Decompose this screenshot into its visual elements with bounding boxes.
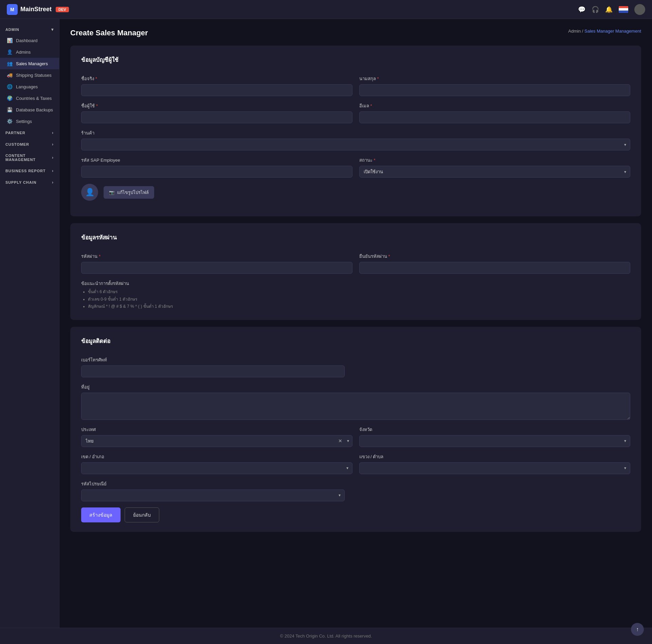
business-report-section-header[interactable]: BUSINESS REPORT › bbox=[0, 165, 59, 177]
password-hints: ข้อแนะนำการตั้งรหัสผ่าน ขั้นต่ำ 6 ตัวอัก… bbox=[81, 280, 630, 310]
partner-section-header[interactable]: PARTNER › bbox=[0, 127, 59, 139]
username-label: ชื่อผู้ใช้ * bbox=[81, 102, 352, 109]
sidebar-item-sales-managers[interactable]: 👥 Sales Managers bbox=[0, 58, 59, 69]
supply-chain-label: SUPPLY CHAIN bbox=[5, 180, 36, 184]
partner-chevron: › bbox=[52, 130, 54, 135]
footer: © 2024 Tech Origin Co. Ltd. All rights r… bbox=[0, 628, 652, 644]
password-info-card: ข้อมูลรหัสผ่าน รหัสผ่าน * ยืนยันรหัสผ่าน… bbox=[70, 223, 641, 320]
shipping-icon: 🚚 bbox=[7, 72, 13, 78]
confirm-password-group: ยืนยันรหัสผ่าน * bbox=[359, 253, 631, 274]
app-name: MainStreet bbox=[20, 6, 52, 13]
breadcrumb-current[interactable]: Sales Manager Management bbox=[584, 29, 641, 34]
supply-chain-chevron: › bbox=[52, 180, 54, 185]
content-management-section-header[interactable]: CONTENT MANAGEMENT › bbox=[0, 150, 59, 165]
province-label: จังหวัด bbox=[359, 426, 631, 433]
status-required: * bbox=[374, 158, 376, 163]
phone-input[interactable] bbox=[81, 365, 345, 377]
upload-photo-button[interactable]: 📷 แก้ไขรูปโปรไฟล์ bbox=[104, 186, 154, 199]
sidebar-item-label: Languages bbox=[16, 84, 38, 89]
bell-icon[interactable]: 🔔 bbox=[605, 6, 613, 13]
headset-icon[interactable]: 🎧 bbox=[592, 6, 599, 13]
username-group: ชื่อผู้ใช้ * bbox=[81, 102, 352, 123]
content-management-chevron: › bbox=[52, 155, 54, 160]
province-group: จังหวัด bbox=[359, 426, 631, 447]
sales-managers-icon: 👥 bbox=[7, 61, 13, 66]
admins-icon: 👤 bbox=[7, 49, 13, 55]
postal-code-row: รหัสไปรษณีย์ bbox=[81, 480, 630, 501]
sidebar-item-settings[interactable]: ⚙️ Settings bbox=[0, 115, 59, 127]
dashboard-icon: 📊 bbox=[7, 38, 13, 43]
env-badge: DEV bbox=[56, 7, 69, 12]
avatar-upload-row: 👤 📷 แก้ไขรูปโปรไฟล์ bbox=[81, 184, 630, 201]
languages-icon: 🌐 bbox=[7, 84, 13, 89]
first-name-group: ชื่อจริง * bbox=[81, 75, 352, 96]
country-clear-icon[interactable]: ✕ bbox=[338, 438, 342, 444]
admin-section-label: ADMIN bbox=[5, 28, 19, 32]
district-label: เขต / อำเภอ bbox=[81, 453, 352, 460]
password-hints-title: ข้อแนะนำการตั้งรหัสผ่าน bbox=[81, 280, 630, 287]
sap-status-row: รหัส SAP Employee สถานะ * เปิดใช้งาน ปิด… bbox=[81, 157, 630, 178]
sidebar-item-countries-taxes[interactable]: 🌍 Countries & Taxes bbox=[0, 92, 59, 104]
partner-section-label: PARTNER bbox=[5, 131, 25, 135]
first-name-input[interactable] bbox=[81, 84, 352, 96]
postal-code-label: รหัสไปรษณีย์ bbox=[81, 480, 345, 487]
username-required: * bbox=[96, 103, 98, 108]
store-label: ร้านค้า bbox=[81, 129, 630, 137]
province-select-wrapper bbox=[359, 435, 631, 447]
supply-chain-section-header[interactable]: SUPPLY CHAIN › bbox=[0, 177, 59, 188]
hint-2: ตัวเลข 0-9 ขั้นต่ำ 1 ตัวอักษร bbox=[88, 296, 630, 303]
postal-code-group: รหัสไปรษณีย์ bbox=[81, 480, 345, 501]
chat-icon[interactable]: 💬 bbox=[578, 6, 585, 13]
sap-employee-group: รหัส SAP Employee bbox=[81, 157, 352, 178]
action-buttons: สร้างข้อมูล ย้อนกลับ bbox=[81, 507, 630, 522]
sidebar-item-dashboard[interactable]: 📊 Dashboard bbox=[0, 35, 59, 46]
province-select[interactable] bbox=[359, 435, 631, 447]
last-name-input[interactable] bbox=[359, 84, 631, 96]
sidebar-item-label: Dashboard bbox=[16, 38, 38, 43]
confirm-password-input[interactable] bbox=[359, 262, 631, 274]
email-input[interactable] bbox=[359, 111, 631, 123]
account-info-title: ข้อมูลบัญชีผู้ใช้ bbox=[81, 55, 630, 68]
district-subdistrict-row: เขต / อำเภอ แขวง / ตำบล bbox=[81, 453, 630, 474]
district-select[interactable] bbox=[81, 462, 352, 474]
scroll-top-button[interactable]: ↑ bbox=[631, 623, 644, 636]
create-button[interactable]: สร้างข้อมูล bbox=[81, 507, 121, 522]
customer-section-label: CUSTOMER bbox=[5, 142, 29, 146]
admin-section-header[interactable]: ADMIN ▾ bbox=[0, 24, 59, 35]
back-button[interactable]: ย้อนกลับ bbox=[125, 507, 159, 522]
district-select-wrapper bbox=[81, 462, 352, 474]
store-select-wrapper bbox=[81, 139, 630, 150]
subdistrict-select[interactable] bbox=[359, 462, 631, 474]
language-flag[interactable] bbox=[619, 6, 628, 13]
content-area: Create Sales Manager Admin / Sales Manag… bbox=[59, 19, 652, 628]
password-label: รหัสผ่าน * bbox=[81, 253, 352, 260]
contact-info-title: ข้อมูลติดต่อ bbox=[81, 336, 630, 349]
status-select[interactable]: เปิดใช้งาน ปิดใช้งาน bbox=[359, 166, 631, 178]
logo-icon: M bbox=[7, 4, 18, 15]
address-textarea[interactable] bbox=[81, 393, 630, 420]
business-report-label: BUSINESS REPORT bbox=[5, 169, 46, 173]
last-name-required: * bbox=[377, 76, 379, 81]
password-input[interactable] bbox=[81, 262, 352, 274]
sidebar-item-shipping-statuses[interactable]: 🚚 Shipping Statuses bbox=[0, 69, 59, 81]
user-avatar[interactable] bbox=[634, 4, 645, 15]
hint-3: สัญลักษณ์ * ! @ # $ & 7 % ^ ( ) ขั้นต่ำ … bbox=[88, 303, 630, 310]
postal-code-select[interactable] bbox=[81, 489, 345, 501]
first-name-required: * bbox=[95, 76, 97, 81]
customer-section-header[interactable]: CUSTOMER › bbox=[0, 139, 59, 150]
sap-employee-input[interactable] bbox=[81, 166, 352, 178]
sidebar-item-admins[interactable]: 👤 Admins bbox=[0, 46, 59, 58]
sidebar-item-database-backups[interactable]: 💾 Database Backups bbox=[0, 104, 59, 115]
business-report-chevron: › bbox=[52, 168, 54, 173]
sidebar-item-languages[interactable]: 🌐 Languages bbox=[0, 81, 59, 92]
camera-icon: 📷 bbox=[109, 190, 114, 195]
country-select[interactable]: ไทย bbox=[81, 435, 352, 447]
hint-1: ขั้นต่ำ 6 ตัวอักษร bbox=[88, 288, 630, 296]
countries-icon: 🌍 bbox=[7, 95, 13, 101]
account-info-card: ข้อมูลบัญชีผู้ใช้ ชื่อจริง * นามสกุล * bbox=[70, 46, 641, 216]
app-logo[interactable]: M MainStreet bbox=[7, 4, 52, 15]
username-input[interactable] bbox=[81, 111, 352, 123]
store-select[interactable] bbox=[81, 139, 630, 150]
postal-code-select-wrapper bbox=[81, 489, 345, 501]
phone-row: เบอร์โทรศัพท์ bbox=[81, 356, 630, 377]
